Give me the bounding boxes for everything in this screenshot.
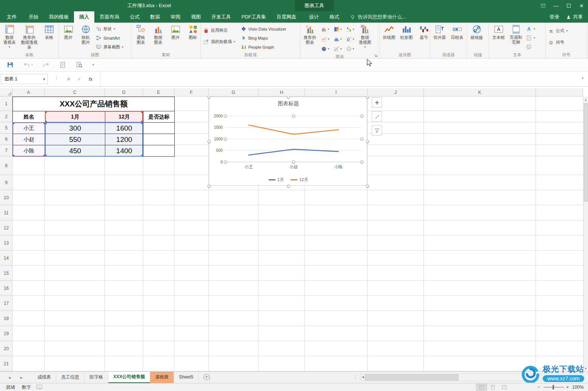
sheet-tab-5[interactable]: 课程表 <box>150 372 174 383</box>
row-header-11[interactable]: 11 <box>0 205 12 220</box>
select-all-corner[interactable] <box>0 88 12 97</box>
normal-view-button[interactable] <box>476 384 487 391</box>
tell-me-box[interactable]: 告诉我您想要做什么... <box>350 11 406 23</box>
row-header-6[interactable]: 6 <box>0 134 12 145</box>
insert-column-chart-button[interactable]: ▾ <box>319 25 331 34</box>
logic-chart-button[interactable]: 逻辑 图表 <box>132 23 149 45</box>
tab-pdf-tools[interactable]: PDF工具集 <box>236 11 271 23</box>
tab-baidu-pan[interactable]: 百度网盘 <box>271 11 302 23</box>
insert-line-chart-button[interactable]: ▾ <box>319 34 331 44</box>
insert-statistic-chart-button[interactable]: ▾ <box>332 34 344 44</box>
scroll-up-arrow[interactable]: ▲ <box>583 97 588 103</box>
sheet-nav-prev-button[interactable]: ◄ <box>5 372 14 383</box>
sparkline-line-button[interactable]: 折线图 <box>380 23 398 40</box>
tab-data[interactable]: 数据 <box>145 11 165 23</box>
my-addins-button[interactable]: 我的加载项▾ <box>202 38 239 46</box>
recommended-pivottables-button[interactable]: 推荐的 数据透视表 <box>18 23 40 50</box>
formula-bar-expand-icon[interactable]: ▾ <box>582 76 583 80</box>
scroll-left-arrow[interactable]: ◄ <box>361 375 365 379</box>
ribbon-display-options-button[interactable] <box>537 0 550 11</box>
page-layout-view-button[interactable] <box>488 384 498 391</box>
formula-input[interactable]: ▾ <box>100 72 583 86</box>
chart-series-line[interactable] <box>249 149 339 155</box>
row-header-1[interactable]: 1 <box>0 97 12 111</box>
sheet-tab-2[interactable]: 员工信息 <box>56 372 85 383</box>
header-cell-name[interactable]: 姓名 <box>12 111 45 123</box>
textbox-button[interactable]: 文本框 <box>490 23 507 40</box>
vertical-scrollbar[interactable]: ▲ ▼ <box>583 97 588 371</box>
chart-filters-button[interactable] <box>372 125 382 135</box>
chart-series-line[interactable] <box>249 125 339 134</box>
chart-resize-handle[interactable] <box>360 114 363 117</box>
worksheet-grid[interactable]: 0500100015002000小王小赵小陈 图表标题 1月12月 XXX公司产… <box>12 97 583 371</box>
row-header-12[interactable]: 12 <box>0 220 12 236</box>
share-button[interactable]: 共享 <box>566 14 583 20</box>
sheet-nav-next-button[interactable]: ► <box>17 372 26 383</box>
chart-resize-handle[interactable] <box>224 160 227 163</box>
row-header-18[interactable]: 18 <box>0 311 12 326</box>
page-break-view-button[interactable] <box>499 384 509 391</box>
tab-chart-format[interactable]: 格式 <box>324 11 345 23</box>
insert-function-button[interactable]: fx <box>86 74 95 84</box>
chart-elements-button[interactable] <box>372 97 382 108</box>
chart-resize-handle[interactable] <box>224 137 227 140</box>
equation-button[interactable]: 公式▾ <box>546 27 569 35</box>
zoom-slider-thumb[interactable] <box>553 385 554 389</box>
tab-file[interactable]: 文件 <box>0 11 23 23</box>
sparkline-column-button[interactable]: 柱形图 <box>398 23 415 40</box>
smartart-button[interactable]: SmartArt <box>94 34 125 42</box>
column-header-J[interactable]: J <box>368 88 424 97</box>
sheet-tab-4[interactable]: XXX公司销售额 <box>108 372 150 383</box>
zoom-in-button[interactable]: + <box>566 383 569 391</box>
chart-resize-handle[interactable] <box>292 160 295 163</box>
column-header-I[interactable]: I <box>305 88 368 97</box>
tab-view[interactable]: 视图 <box>186 11 206 23</box>
online-pictures-button[interactable]: 联机 图片 <box>77 23 94 45</box>
sheet-tab-3[interactable]: 田字格 <box>85 372 108 383</box>
row-header-15[interactable]: 15 <box>0 266 12 281</box>
cell-name-2[interactable]: 小赵 <box>12 134 45 145</box>
horizontal-scrollbar-thumb[interactable] <box>365 374 459 380</box>
chart-resize-handle[interactable] <box>224 114 227 117</box>
chart-styles-button[interactable] <box>372 111 382 122</box>
icon-library-button[interactable]: 图标 <box>184 23 202 40</box>
signature-line-button[interactable]: ▾ <box>525 34 537 42</box>
formula-bar-splitter[interactable]: ⋮ <box>54 75 59 80</box>
shapes-button[interactable]: 形状▾ <box>94 25 125 33</box>
column-header-E[interactable]: E <box>143 88 174 97</box>
cell-name-3[interactable]: 小陈 <box>12 145 45 157</box>
close-button[interactable]: ✕ <box>575 0 588 11</box>
tab-my-templates[interactable]: 我的模板 <box>44 11 74 23</box>
tab-scrollbar-splitter[interactable]: ⋮ <box>353 374 358 380</box>
cell-met-2[interactable] <box>143 134 175 145</box>
redo-button[interactable] <box>43 62 49 68</box>
column-header-K[interactable]: K <box>424 88 536 97</box>
chart-resize-handle[interactable] <box>208 185 211 188</box>
asset-picture-button[interactable]: 图片 <box>167 23 184 40</box>
sheet-tab-1[interactable]: 成绩表 <box>32 372 56 383</box>
column-header-G[interactable]: G <box>209 88 259 97</box>
embedded-chart[interactable]: 0500100015002000小王小赵小陈 图表标题 1月12月 <box>209 97 367 186</box>
tab-page-layout[interactable]: 页面布局 <box>94 11 125 23</box>
column-header-C[interactable]: C <box>45 88 105 97</box>
row-header-5[interactable]: 5 <box>0 122 12 134</box>
recommended-charts-button[interactable]: 推荐的 图表 <box>301 23 319 45</box>
timeline-button[interactable]: 日程表 <box>448 23 466 40</box>
row-header-14[interactable]: 14 <box>0 251 12 266</box>
chart-resize-handle[interactable] <box>366 140 369 143</box>
row-header-17[interactable]: 17 <box>0 296 12 311</box>
chart-resize-handle[interactable] <box>292 114 295 117</box>
maximize-button[interactable] <box>562 0 575 11</box>
confirm-entry-button[interactable]: ✓ <box>75 74 84 84</box>
column-header-D[interactable]: D <box>105 88 143 97</box>
row-header-8[interactable]: 8 <box>0 156 12 175</box>
tab-insert[interactable]: 插入 <box>74 11 94 23</box>
hyperlink-button[interactable]: 超链接 <box>468 23 485 40</box>
cancel-entry-button[interactable]: ✕ <box>64 74 73 84</box>
table-title-cell[interactable]: XXX公司产品销售额 <box>12 97 175 111</box>
legend-item[interactable]: 12月 <box>291 177 308 183</box>
row-header-16[interactable]: 16 <box>0 281 12 296</box>
chart-resize-handle[interactable] <box>360 160 363 163</box>
row-header-20[interactable]: 20 <box>0 341 12 356</box>
tab-review[interactable]: 审阅 <box>165 11 186 23</box>
